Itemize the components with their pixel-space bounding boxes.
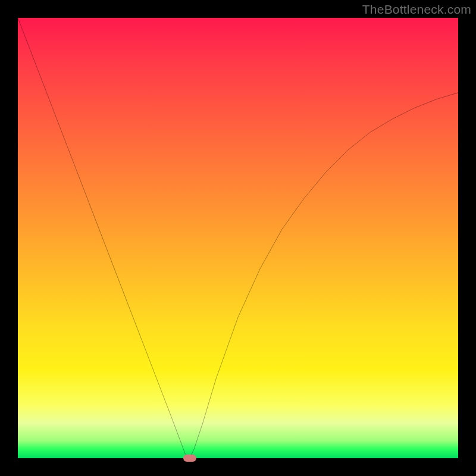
plot-area	[18, 18, 458, 458]
watermark-text: TheBottleneck.com	[362, 2, 471, 17]
chart-frame: TheBottleneck.com	[0, 0, 476, 476]
optimum-marker	[183, 455, 196, 462]
curve-path	[18, 18, 458, 458]
bottleneck-curve	[18, 18, 458, 458]
